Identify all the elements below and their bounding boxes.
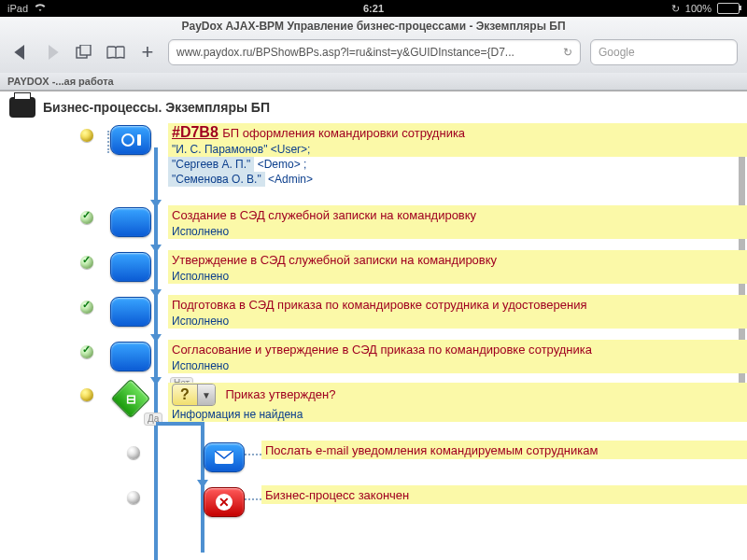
search-bar[interactable]: Google [590, 39, 738, 65]
task-title: Согласование и утверждение в СЭД приказа… [172, 343, 592, 357]
mail-node[interactable] [204, 442, 245, 472]
pages-button[interactable] [73, 41, 95, 63]
page-content: Бизнес-процессы. Экземпляры БП #D7B8 БП … [0, 91, 747, 560]
mail-step-title: Послать e-mail уведомления командируемым… [265, 443, 598, 457]
end-step-title: Бизнес-процесс закончен [265, 488, 409, 502]
status-dot-done [80, 256, 93, 269]
decision-dropdown[interactable]: ? ▼ [172, 384, 216, 406]
task-status: Исполнено [168, 314, 747, 329]
add-button[interactable]: + [136, 41, 159, 63]
process-id[interactable]: #D7B8 [172, 124, 218, 140]
tab-label: PAYDOX -...ая работа [7, 76, 114, 87]
task-title: Утверждение в СЭД служебной записки на к… [172, 253, 497, 267]
forward-button[interactable] [41, 41, 63, 63]
task-status: Исполнено [168, 224, 747, 239]
gateway-info: Информация не найдена [168, 407, 747, 422]
status-dot-done [80, 211, 93, 224]
task-title: Создание в СЭД служебной записки на кома… [172, 208, 476, 222]
gateway-question: Приказ утвержден? [225, 387, 335, 401]
wifi-icon [34, 3, 47, 14]
carrier-label: iPad [7, 3, 28, 14]
back-button[interactable] [9, 41, 32, 63]
task-status: Исполнено [168, 358, 747, 373]
gateway-node[interactable]: ⊟ [111, 379, 150, 418]
svg-rect-1 [80, 45, 91, 55]
window-title: PayDox AJAX-BPM Управление бизнес-процес… [0, 17, 747, 35]
task-node[interactable] [110, 342, 151, 371]
page-heading: Бизнес-процессы. Экземпляры БП [43, 100, 270, 115]
task-row: Согласование и утверждение в СЭД приказа… [47, 340, 747, 373]
reload-icon[interactable]: ↻ [563, 46, 572, 59]
task-row: Подготовка в СЭД приказа по командировке… [47, 295, 747, 329]
battery-icon [717, 3, 740, 14]
task-node[interactable] [110, 252, 151, 282]
mail-step-row: Послать e-mail уведомления командируемым… [47, 441, 747, 472]
gateway-row: Нет Да ⊟ ? ▼ Приказ утвержден? Информаци… [47, 383, 747, 422]
ios-status-bar: iPad 6:21 ↻ 100% [0, 0, 747, 17]
task-row: Создание в СЭД служебной записки на кома… [47, 205, 747, 239]
bookmarks-button[interactable] [105, 41, 127, 63]
status-dot-yellow [80, 388, 93, 401]
orientation-lock-icon: ↻ [671, 3, 680, 15]
start-node[interactable] [110, 125, 151, 155]
task-title: Подготовка в СЭД приказа по командировке… [172, 298, 586, 312]
url-bar[interactable]: www.paydox.ru/BPShowBPs.asp?l=ru&inst=y&… [168, 39, 581, 65]
browser-chrome: PayDox AJAX-BPM Управление бизнес-процес… [0, 17, 747, 91]
task-node[interactable] [110, 207, 151, 237]
end-step-row: ✕ Бизнес-процесс закончен [47, 485, 747, 517]
owner-name: "И. С. Парамонов" [172, 143, 267, 156]
battery-percent: 100% [685, 3, 712, 14]
chevron-down-icon: ▼ [197, 385, 215, 405]
process-start-row: #D7B8 БП оформления командировки сотрудн… [47, 123, 747, 157]
process-name: БП оформления командировки сотрудника [222, 126, 465, 140]
task-row: Утверждение в СЭД служебной записки на к… [47, 250, 747, 284]
print-icon[interactable] [9, 97, 35, 118]
owner-role: <User> [271, 143, 307, 156]
tab-strip[interactable]: PAYDOX -...ая работа [0, 73, 747, 91]
clock: 6:21 [363, 3, 384, 14]
task-node[interactable] [110, 297, 151, 327]
url-text: www.paydox.ru/BPShowBPs.asp?l=ru&inst=y&… [176, 46, 514, 59]
status-dot-grey [127, 491, 140, 504]
end-node[interactable]: ✕ [204, 487, 245, 517]
process-diagram: #D7B8 БП оформления командировки сотрудн… [47, 123, 747, 517]
search-placeholder: Google [599, 46, 635, 59]
status-dot-grey [127, 446, 140, 459]
status-dot-yellow [80, 129, 93, 142]
status-dot-done [80, 301, 93, 314]
status-dot-done [80, 345, 93, 358]
task-status: Исполнено [168, 269, 747, 284]
